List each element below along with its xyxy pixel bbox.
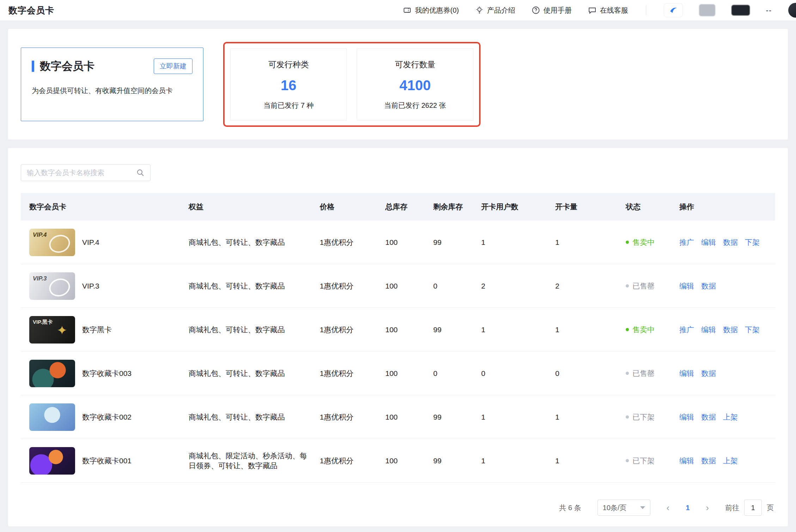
card-name: VIP.4 — [82, 238, 99, 247]
status-dot — [626, 459, 629, 462]
status-dot — [626, 372, 629, 375]
next-page-button[interactable]: › — [706, 503, 709, 512]
user-manual-label: 使用手册 — [544, 6, 572, 15]
card-users-cell: 1 — [473, 238, 547, 247]
page-body: 数字会员卡 立即新建 为会员提供可转让、有收藏升值空间的会员卡 可发行种类 16… — [0, 20, 796, 526]
card-thumbnail-label: VIP.4 — [33, 231, 47, 239]
status-text: 售卖中 — [632, 237, 655, 247]
status-text: 已售罄 — [632, 281, 655, 291]
action-data[interactable]: 数据 — [723, 326, 738, 334]
remaining-stock-cell: 99 — [425, 413, 473, 421]
product-intro-button[interactable]: 产品介绍 — [475, 6, 515, 15]
header-card-name: 数字会员卡 — [21, 202, 180, 212]
coupon-icon — [403, 6, 411, 14]
create-now-button[interactable]: 立即新建 — [154, 58, 192, 74]
prev-page-button[interactable]: ‹ — [667, 503, 670, 512]
card-name: VIP.3 — [82, 282, 99, 290]
header-section: 数字会员卡 立即新建 为会员提供可转让、有收藏升值空间的会员卡 可发行种类 16… — [8, 29, 788, 140]
card-thumbnail-label: VIP.3 — [33, 275, 47, 282]
action-edit[interactable]: 编辑 — [679, 369, 694, 377]
card-thumbnail: VIP.3 — [29, 272, 75, 300]
brand-logo-icon — [669, 6, 678, 15]
action-take-down[interactable]: 下架 — [745, 326, 760, 334]
product-subtitle: 为会员提供可转让、有收藏升值空间的会员卡 — [32, 86, 192, 95]
remaining-stock-cell: 99 — [425, 238, 473, 247]
status-dot — [626, 328, 629, 331]
stat-caption: 当前已发行 7 种 — [263, 101, 313, 110]
status-text: 售卖中 — [632, 325, 655, 335]
action-edit[interactable]: 编辑 — [679, 282, 694, 290]
total-stock-cell: 100 — [377, 282, 425, 290]
search-input[interactable] — [27, 169, 136, 177]
card-users-cell: 0 — [473, 369, 547, 378]
remaining-stock-cell: 99 — [425, 326, 473, 334]
action-data[interactable]: 数据 — [701, 369, 716, 377]
benefits-cell: 商城礼包、限定活动、秒杀活动、每日领券、可转让、数字藏品 — [180, 451, 311, 471]
action-data[interactable]: 数据 — [723, 238, 738, 246]
price-cell: 1惠优积分 — [311, 369, 377, 378]
my-coupons-button[interactable]: 我的优惠券(0) — [403, 6, 459, 15]
redacted-dashes: -- — [766, 6, 772, 14]
actions-cell: 编辑数据 — [671, 281, 775, 291]
card-thumbnail — [29, 403, 75, 431]
price-cell: 1惠优积分 — [311, 237, 377, 247]
search-icon[interactable] — [136, 168, 145, 177]
cards-opened-cell: 2 — [547, 282, 617, 290]
page-title: 数字会员卡 — [8, 5, 54, 16]
action-put-on[interactable]: 上架 — [723, 457, 738, 465]
stat-card-issuable-types: 可发行种类 16 当前已发行 7 种 — [230, 48, 347, 120]
online-support-label: 在线客服 — [600, 6, 628, 15]
header-cards-opened: 开卡量 — [547, 202, 617, 212]
product-title: 数字会员卡 — [40, 59, 94, 74]
card-thumbnail: VIP.4 — [29, 229, 75, 256]
card-thumbnail — [29, 447, 75, 475]
card-thumbnail: VIP.黑卡 — [29, 316, 75, 344]
action-data[interactable]: 数据 — [701, 282, 716, 290]
card-users-cell: 1 — [473, 413, 547, 421]
action-put-on[interactable]: 上架 — [723, 413, 738, 421]
table-header: 数字会员卡 权益 价格 总库存 剩余库存 开卡用户数 开卡量 状态 操作 — [21, 193, 775, 221]
action-edit[interactable]: 编辑 — [679, 413, 694, 421]
action-edit[interactable]: 编辑 — [679, 457, 694, 465]
cards-opened-cell: 1 — [547, 238, 617, 247]
chat-icon — [588, 6, 596, 14]
status-cell: 售卖中 — [617, 237, 671, 247]
card-thumbnail-label: VIP.黑卡 — [33, 319, 53, 326]
action-data[interactable]: 数据 — [701, 457, 716, 465]
online-support-button[interactable]: 在线客服 — [588, 6, 628, 15]
action-data[interactable]: 数据 — [701, 413, 716, 421]
action-edit[interactable]: 编辑 — [701, 238, 716, 246]
product-info-card: 数字会员卡 立即新建 为会员提供可转让、有收藏升值空间的会员卡 — [21, 48, 203, 121]
header-card-users: 开卡用户数 — [473, 202, 547, 212]
table-row: VIP.4 VIP.4 商城礼包、可转让、数字藏品 1惠优积分 100 99 1… — [21, 221, 775, 264]
action-promote[interactable]: 推广 — [679, 238, 694, 246]
card-name: 数字收藏卡002 — [82, 412, 131, 422]
redacted-text — [699, 4, 715, 16]
action-edit[interactable]: 编辑 — [701, 326, 716, 334]
topbar: 数字会员卡 我的优惠券(0) 产品介绍 使用手册 在线客服 -- — [0, 0, 796, 20]
total-stock-cell: 100 — [377, 413, 425, 421]
status-cell: 已售罄 — [617, 281, 671, 291]
page-size-select[interactable]: 10条/页 — [598, 500, 650, 516]
card-users-cell: 1 — [473, 326, 547, 334]
remaining-stock-cell: 0 — [425, 282, 473, 290]
status-dot — [626, 241, 629, 244]
action-promote[interactable]: 推广 — [679, 326, 694, 334]
product-intro-label: 产品介绍 — [487, 6, 515, 15]
current-page[interactable]: 1 — [686, 504, 690, 512]
goto-page-input[interactable] — [744, 500, 762, 516]
status-dot — [626, 284, 629, 287]
cards-opened-cell: 1 — [547, 326, 617, 334]
total-stock-cell: 100 — [377, 326, 425, 334]
status-cell: 售卖中 — [617, 325, 671, 335]
user-avatar[interactable] — [788, 3, 796, 18]
cards-opened-cell: 0 — [547, 369, 617, 378]
user-manual-button[interactable]: 使用手册 — [532, 6, 572, 15]
stat-value: 16 — [281, 78, 296, 93]
brand-logo — [664, 3, 683, 17]
benefits-cell: 商城礼包、可转让、数字藏品 — [180, 412, 311, 422]
header-actions: 操作 — [671, 202, 775, 212]
action-take-down[interactable]: 下架 — [745, 238, 760, 246]
stat-value: 4100 — [399, 78, 431, 93]
divider — [646, 5, 646, 15]
